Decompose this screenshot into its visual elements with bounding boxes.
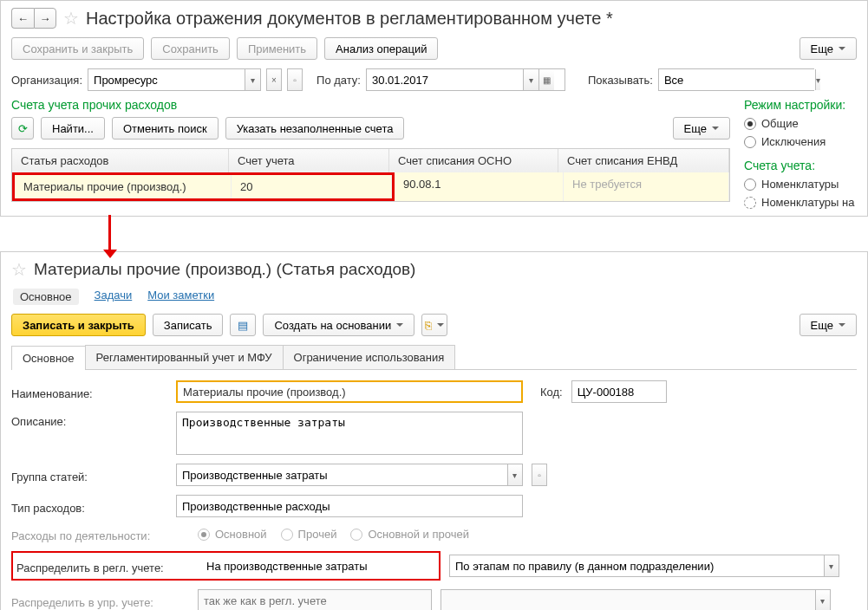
- chevron-down-icon[interactable]: ▾: [507, 464, 522, 485]
- write-button[interactable]: Записать: [153, 314, 224, 336]
- td-envd: Не требуется: [564, 172, 729, 201]
- radio-exceptions[interactable]: Исключения: [744, 135, 857, 148]
- more-button[interactable]: Еще: [799, 37, 857, 60]
- org-label: Организация:: [11, 74, 82, 87]
- name-field-wrap: Материалы прочие (производ.): [176, 380, 523, 403]
- activity-label: Расходы по деятельности:: [11, 526, 189, 542]
- arrow-annotation: [0, 217, 868, 243]
- detail-more-button[interactable]: Еще: [799, 314, 857, 336]
- link-main[interactable]: Основное: [13, 289, 79, 305]
- td-osno: 90.08.1: [395, 172, 564, 201]
- tab-main[interactable]: Основное: [11, 346, 86, 370]
- code-input[interactable]: [571, 380, 667, 403]
- find-button[interactable]: Найти...: [41, 117, 105, 140]
- th-account[interactable]: Счет учета: [229, 149, 389, 172]
- chevron-down-icon[interactable]: ▾: [245, 69, 260, 90]
- apply-button[interactable]: Применить: [237, 37, 317, 60]
- star-icon[interactable]: ☆: [63, 8, 79, 29]
- dist-upr-rule-input: [441, 590, 815, 610]
- td-account: 20: [232, 175, 392, 198]
- star-icon[interactable]: ☆: [11, 259, 27, 280]
- create-based-button[interactable]: Создать на основании: [263, 314, 414, 336]
- radio-activity-main: Основной: [198, 528, 267, 541]
- mode-title: Режим настройки:: [744, 98, 857, 112]
- page-title: Настройка отражения документов в регламе…: [86, 9, 613, 29]
- name-label: Наименование:: [11, 384, 167, 400]
- dist-upr-combo: ▾: [441, 589, 831, 610]
- table-row[interactable]: Материалы прочие (производ.) 20 90.08.1 …: [12, 172, 729, 201]
- th-osno[interactable]: Счет списания ОСНО: [389, 149, 558, 172]
- dist-regl-label: Распределить в регл. учете:: [16, 558, 194, 574]
- open-group-button[interactable]: ▫: [532, 464, 547, 486]
- write-close-button[interactable]: Записать и закрыть: [11, 314, 146, 336]
- group-input[interactable]: [177, 464, 507, 485]
- cancel-find-button[interactable]: Отменить поиск: [112, 117, 219, 140]
- type-label: Тип расходов:: [11, 498, 167, 515]
- chevron-down-icon[interactable]: ▾: [523, 69, 538, 90]
- detail-title: Материалы прочие (производ.) (Статья рас…: [34, 260, 415, 279]
- org-input[interactable]: [88, 69, 245, 90]
- expenses-table: Статья расходов Счет учета Счет списания…: [11, 148, 730, 202]
- table-more-button[interactable]: Еще: [673, 117, 730, 140]
- org-combo[interactable]: ▾: [88, 68, 261, 91]
- desc-textarea[interactable]: [176, 412, 523, 455]
- dist-rule-input[interactable]: [450, 555, 824, 576]
- report-icon-button[interactable]: ▤: [230, 314, 256, 336]
- dist-regl-input[interactable]: [201, 555, 435, 577]
- radio-general[interactable]: Общие: [744, 117, 857, 130]
- clear-button[interactable]: ×: [266, 68, 282, 91]
- save-button[interactable]: Сохранить: [151, 37, 230, 60]
- type-input[interactable]: [176, 495, 523, 517]
- nav-back-button[interactable]: ←: [11, 8, 34, 29]
- refresh-button[interactable]: ⟳: [11, 117, 34, 140]
- name-input[interactable]: Материалы прочие (производ.): [178, 382, 351, 402]
- th-item[interactable]: Статья расходов: [12, 149, 229, 172]
- dist-upr-input: [198, 589, 432, 610]
- date-combo[interactable]: ▾ ▦: [366, 68, 565, 91]
- radio-nomen-on[interactable]: Номенклатуры на: [744, 196, 857, 209]
- radio-nomen[interactable]: Номенклатуры: [744, 178, 857, 191]
- chevron-down-icon: ▾: [815, 590, 830, 610]
- folder-icon: [425, 319, 432, 332]
- save-close-button[interactable]: Сохранить и закрыть: [11, 37, 144, 60]
- td-item: Материалы прочие (производ.): [15, 175, 232, 198]
- section-title: Счета учета прочих расходов: [11, 98, 730, 112]
- date-input[interactable]: [367, 69, 523, 90]
- open-button[interactable]: ▫: [287, 68, 303, 91]
- analyze-button[interactable]: Анализ операций: [324, 37, 438, 60]
- group-label: Группа статей:: [11, 467, 167, 483]
- calendar-icon[interactable]: ▦: [538, 69, 554, 90]
- attach-button[interactable]: [421, 314, 447, 336]
- radio-activity-both: Основной и прочей: [350, 528, 469, 541]
- th-envd[interactable]: Счет списания ЕНВД: [558, 149, 729, 172]
- chevron-down-icon[interactable]: ▾: [824, 555, 839, 576]
- radio-activity-other: Прочей: [281, 528, 337, 541]
- show-combo[interactable]: ▾: [658, 68, 814, 91]
- date-label: По дату:: [317, 74, 361, 87]
- link-notes[interactable]: Мои заметки: [147, 289, 214, 305]
- chevron-down-icon[interactable]: ▾: [815, 69, 820, 90]
- show-label: Показывать:: [588, 74, 653, 87]
- tab-regl[interactable]: Регламентированный учет и МФУ: [85, 345, 284, 369]
- group-combo[interactable]: ▾: [176, 464, 523, 486]
- desc-label: Описание:: [11, 412, 167, 428]
- code-label: Код:: [540, 386, 563, 399]
- link-tasks[interactable]: Задачи: [95, 289, 133, 305]
- nav-forward-button[interactable]: →: [34, 8, 56, 29]
- dist-rule-combo[interactable]: ▾: [449, 555, 839, 577]
- dist-upr-label: Распределить в упр. учете:: [11, 593, 189, 609]
- tab-restrict[interactable]: Ограничение использования: [283, 345, 456, 369]
- specify-button[interactable]: Указать незаполненные счета: [225, 117, 405, 140]
- accounts-title: Счета учета:: [744, 159, 857, 172]
- show-input[interactable]: [659, 69, 815, 90]
